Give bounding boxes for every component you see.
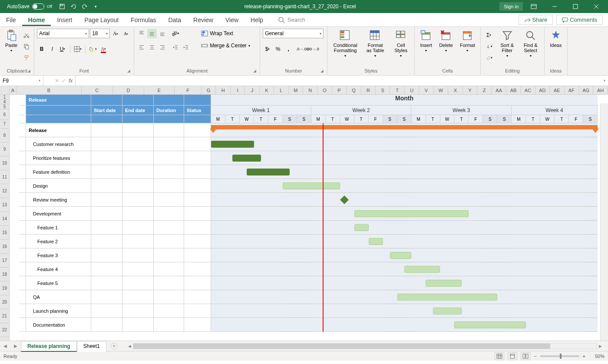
col-header[interactable]: N xyxy=(303,86,317,94)
normal-view-icon[interactable] xyxy=(495,352,504,360)
col-header[interactable]: K xyxy=(260,86,274,94)
row-header[interactable]: 12 xyxy=(0,184,9,198)
gantt-bar[interactable] xyxy=(369,238,383,245)
tab-page-layout[interactable]: Page Layout xyxy=(78,14,125,26)
increase-indent-icon[interactable] xyxy=(181,43,191,52)
row-header[interactable]: 10 xyxy=(0,156,9,170)
bold-icon[interactable]: B xyxy=(37,44,46,54)
clear-icon[interactable]: ▾ xyxy=(483,53,495,63)
col-header[interactable]: X xyxy=(448,86,463,94)
gantt-task-row[interactable]: Development xyxy=(19,207,598,221)
tab-view[interactable]: View xyxy=(219,14,245,26)
autosum-icon[interactable]: Σ▾ xyxy=(483,30,495,40)
row-header[interactable]: 4 xyxy=(0,100,9,104)
cell-styles-button[interactable]: Cell Styles▾ xyxy=(390,29,412,59)
col-header[interactable]: I xyxy=(231,86,245,94)
col-header[interactable]: Z xyxy=(477,86,492,94)
tab-review[interactable]: Review xyxy=(187,14,219,26)
gantt-task-row[interactable]: Customer research xyxy=(19,137,598,151)
borders-icon[interactable]: ▾ xyxy=(73,44,83,54)
row-header[interactable]: 13 xyxy=(0,198,9,212)
horizontal-scrollbar[interactable]: ◀ ▶ xyxy=(126,343,608,349)
format-as-table-button[interactable]: Format as Table▾ xyxy=(362,29,388,59)
align-top-icon[interactable] xyxy=(137,29,146,38)
font-size-combo[interactable]: 18▾ xyxy=(90,29,110,38)
tab-insert[interactable]: Insert xyxy=(51,14,78,26)
gantt-task-row[interactable]: Design xyxy=(19,179,598,193)
row-header[interactable]: 19 xyxy=(0,281,9,295)
col-header[interactable]: G xyxy=(202,86,216,94)
signin-button[interactable]: Sign in xyxy=(499,2,523,11)
gantt-milestone[interactable] xyxy=(340,195,349,204)
launcher-icon[interactable]: ◢ xyxy=(253,69,256,73)
gantt-task-row[interactable]: Prioritize features xyxy=(19,151,598,165)
col-header[interactable]: AD xyxy=(535,86,550,94)
col-header[interactable]: Q xyxy=(347,86,361,94)
col-header[interactable]: C xyxy=(82,86,113,94)
format-painter-icon[interactable] xyxy=(22,53,31,63)
increase-font-icon[interactable]: A▴ xyxy=(111,29,120,38)
gantt-task-row[interactable]: Feature 1 xyxy=(19,221,598,235)
comments-button[interactable]: Comments xyxy=(556,15,603,25)
row-header[interactable]: 21 xyxy=(0,309,9,323)
gantt-task-row[interactable]: Feature 4 xyxy=(19,262,598,276)
delete-cells-button[interactable]: Delete▾ xyxy=(436,29,456,53)
col-header[interactable]: AF xyxy=(565,86,579,94)
page-break-view-icon[interactable] xyxy=(521,352,530,360)
col-header[interactable]: B xyxy=(17,86,82,94)
sheet-nav-next-icon[interactable]: ▶ xyxy=(10,344,21,348)
percent-format-icon[interactable]: % xyxy=(273,44,283,54)
launcher-icon[interactable]: ◢ xyxy=(321,69,324,73)
align-bottom-icon[interactable] xyxy=(158,29,167,38)
col-header[interactable]: AE xyxy=(550,86,564,94)
orientation-icon[interactable]: ab▾ xyxy=(171,29,180,38)
select-all-corner[interactable] xyxy=(0,86,10,94)
col-header[interactable]: H xyxy=(216,86,230,94)
col-header[interactable]: P xyxy=(332,86,347,94)
gantt-task-row[interactable]: Feature 3 xyxy=(19,248,598,262)
gantt-bar[interactable] xyxy=(397,294,498,301)
zoom-level[interactable]: 50% xyxy=(589,354,605,359)
tab-home[interactable]: Home xyxy=(22,14,51,26)
gantt-task-row[interactable]: Feature definition xyxy=(19,165,598,179)
enter-formula-icon[interactable]: ✓ xyxy=(62,78,66,84)
row-header[interactable]: 9 xyxy=(0,142,9,156)
wrap-text-button[interactable]: abcWrap Text xyxy=(198,29,253,38)
tab-help[interactable]: Help xyxy=(245,14,269,26)
undo-icon[interactable] xyxy=(69,2,78,11)
gantt-bar[interactable] xyxy=(426,280,461,287)
col-header[interactable]: D xyxy=(113,86,144,94)
expand-formula-icon[interactable]: ▾ xyxy=(601,79,608,83)
col-header[interactable]: AB xyxy=(506,86,521,94)
decrease-font-icon[interactable]: A▾ xyxy=(121,29,131,38)
gantt-bar[interactable] xyxy=(354,224,369,231)
gantt-bar[interactable] xyxy=(354,210,469,217)
col-header[interactable]: M xyxy=(289,86,303,94)
worksheet-grid[interactable]: ABCDEFGHIJKLMNOPQRSTUVWXYZAAABACADAEAFAG… xyxy=(0,86,608,341)
save-icon[interactable] xyxy=(57,2,67,11)
cancel-formula-icon[interactable]: ✕ xyxy=(55,78,59,84)
share-button[interactable]: Share xyxy=(519,15,553,25)
gantt-task-row[interactable]: QA xyxy=(19,290,598,304)
row-header[interactable]: 15 xyxy=(0,226,9,240)
row-header[interactable]: 18 xyxy=(0,268,9,281)
col-header[interactable]: R xyxy=(361,86,376,94)
col-header[interactable]: U xyxy=(405,86,419,94)
increase-decimal-icon[interactable]: .0→.00 xyxy=(297,44,307,54)
row-header[interactable]: 22 xyxy=(0,323,9,337)
underline-icon[interactable]: U▾ xyxy=(58,44,67,54)
col-header[interactable]: A xyxy=(10,86,17,94)
row-header[interactable]: 16 xyxy=(0,240,9,254)
tab-data[interactable]: Data xyxy=(162,14,187,26)
find-select-button[interactable]: Find & Select▾ xyxy=(520,29,542,59)
row-header[interactable]: 20 xyxy=(0,295,9,309)
tell-me-search[interactable]: Search xyxy=(278,17,305,23)
insert-cells-button[interactable]: Insert▾ xyxy=(417,29,435,53)
align-middle-icon[interactable] xyxy=(147,29,157,38)
fill-color-icon[interactable]: ▾ xyxy=(88,44,98,54)
col-header[interactable]: AG xyxy=(579,86,593,94)
col-header[interactable]: V xyxy=(419,86,433,94)
align-left-icon[interactable] xyxy=(137,43,146,52)
align-center-icon[interactable] xyxy=(147,43,157,52)
col-header[interactable]: L xyxy=(274,86,288,94)
